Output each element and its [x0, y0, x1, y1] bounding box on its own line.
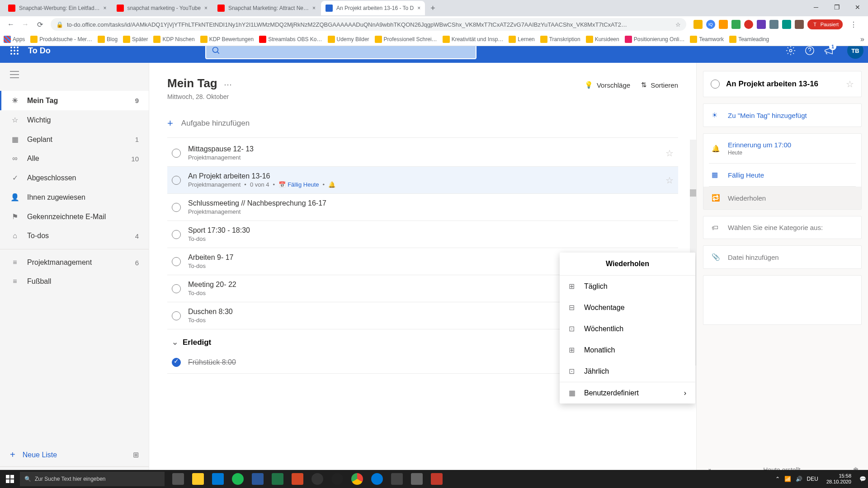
sidebar-item-important[interactable]: ☆Wichtig — [0, 110, 149, 130]
added-to-myday[interactable]: ☀ Zu "Mein Tag" hinzugefügt — [703, 104, 861, 127]
bookmark[interactable]: Professionell Schrei… — [375, 36, 437, 43]
close-button[interactable]: ✕ — [847, 0, 868, 14]
volume-icon[interactable]: 🔊 — [796, 476, 802, 482]
forward-button[interactable]: → — [18, 17, 33, 32]
browser-tab[interactable]: Snapchat Marketing: Attract Ne…× — [213, 1, 320, 15]
bookmarks-overflow[interactable]: » — [860, 35, 864, 43]
browser-tab[interactable]: Snapchat-Werbung: Ein Leitfad…× — [4, 1, 111, 15]
menu-button[interactable]: ⋮ — [846, 17, 861, 32]
wifi-icon[interactable]: 📶 — [784, 476, 791, 482]
clock[interactable]: 15:5828.10.2020 — [823, 473, 855, 485]
bookmark[interactable]: Positionierung Onli… — [625, 36, 685, 43]
extension-icon[interactable] — [693, 20, 703, 29]
app-button[interactable] — [407, 470, 427, 488]
app-button[interactable] — [387, 470, 407, 488]
spotify-button[interactable] — [228, 470, 248, 488]
extension-icon[interactable] — [782, 20, 791, 29]
close-icon[interactable]: × — [312, 5, 316, 11]
app-button[interactable] — [427, 470, 447, 488]
obs-button[interactable] — [327, 470, 347, 488]
task-checkbox[interactable] — [172, 149, 181, 158]
extension-icon[interactable] — [731, 20, 741, 29]
task-item[interactable]: Sport 17:30 - 18:30To-dos — [167, 221, 678, 248]
detail-title[interactable]: An Projekt arbeiten 13-16 — [726, 80, 840, 89]
sidebar-item-planned[interactable]: ▦Geplant1 — [0, 130, 149, 149]
bookmark[interactable]: Streamlabs OBS Ko… — [259, 36, 322, 43]
start-button[interactable] — [0, 475, 20, 483]
settings-icon[interactable] — [786, 46, 796, 56]
sidebar-toggle[interactable] — [0, 63, 149, 86]
task-item[interactable]: Mittagspause 12- 13Projektmanagement☆ — [167, 140, 678, 167]
sidebar-list-item[interactable]: ≡Fußball — [0, 272, 149, 291]
explorer-button[interactable] — [188, 470, 208, 488]
megaphone-icon[interactable]: 1 — [824, 46, 834, 56]
list-menu-button[interactable]: ⋯ — [224, 80, 232, 89]
detail-checkbox[interactable] — [711, 80, 720, 89]
task-checkbox[interactable] — [172, 311, 181, 320]
extension-icon[interactable] — [744, 20, 753, 29]
category-row[interactable]: 🏷 Wählen Sie eine Kategorie aus: — [703, 216, 861, 239]
repeat-daily[interactable]: ⊞Täglich — [560, 276, 695, 297]
task-checkbox[interactable] — [172, 284, 181, 293]
task-checkbox[interactable] — [172, 257, 181, 266]
bookmark[interactable]: Kursideen — [586, 36, 619, 43]
star-icon[interactable]: ☆ — [846, 79, 854, 89]
sidebar-item-assigned[interactable]: 👤Ihnen zugewiesen — [0, 188, 149, 207]
powerpoint-button[interactable] — [288, 470, 307, 488]
task-checkbox-checked[interactable] — [172, 358, 181, 367]
app-button[interactable] — [307, 470, 327, 488]
bookmark[interactable]: Blog — [98, 36, 118, 43]
taskbar-search[interactable]: 🔍Zur Suche Text hier eingeben — [20, 472, 165, 486]
sidebar-list-item[interactable]: ≡Projektmanagement6 — [0, 253, 149, 272]
close-icon[interactable]: × — [204, 5, 208, 11]
bookmark[interactable]: Lernen — [509, 36, 534, 43]
back-button[interactable]: ← — [4, 17, 18, 32]
sidebar-item-completed[interactable]: ✓Abgeschlossen — [0, 168, 149, 188]
attach-row[interactable]: 📎 Datei hinzufügen — [703, 246, 861, 268]
repeat-custom[interactable]: ▦Benutzerdefiniert› — [560, 382, 695, 404]
reminder-row[interactable]: 🔔 Erinnerung um 17:00Heute — [703, 134, 861, 163]
extension-icon[interactable] — [769, 20, 778, 29]
task-item-selected[interactable]: An Projekt arbeiten 13-16Projektmanageme… — [167, 167, 678, 194]
mail-button[interactable] — [208, 470, 228, 488]
notifications-icon[interactable]: 💬 — [859, 476, 866, 482]
repeat-monthly[interactable]: ⊞Monatlich — [560, 339, 695, 361]
task-item[interactable]: Schlussmeeting // Nachbesprechung 16-17P… — [167, 194, 678, 221]
sidebar-item-all[interactable]: ∞Alle10 — [0, 149, 149, 168]
extension-icon[interactable] — [795, 20, 804, 29]
excel-button[interactable] — [268, 470, 288, 488]
extension-icon[interactable] — [719, 20, 728, 29]
new-group-icon[interactable]: ⊞ — [133, 450, 139, 459]
profile-paused[interactable]: Pausiert — [807, 19, 843, 29]
task-checkbox[interactable] — [172, 176, 181, 185]
bookmark[interactable]: Später — [123, 36, 148, 43]
star-icon[interactable]: ☆ — [665, 175, 674, 186]
task-checkbox[interactable] — [172, 230, 181, 239]
bookmark[interactable]: Teamwork — [690, 36, 724, 43]
bookmark[interactable]: KDP Nischen — [153, 36, 194, 43]
edge-button[interactable] — [367, 470, 387, 488]
new-list-button[interactable]: + Neue Liste ⊞ — [0, 443, 149, 466]
repeat-yearly[interactable]: ⊡Jährlich — [560, 361, 695, 382]
new-tab-button[interactable]: + — [426, 4, 440, 13]
minimize-button[interactable]: ─ — [806, 0, 826, 14]
sidebar-item-todos[interactable]: ⌂To-dos4 — [0, 226, 149, 245]
bookmark[interactable]: Kreativität und Insp… — [443, 36, 504, 43]
help-icon[interactable] — [805, 46, 815, 56]
browser-tab-active[interactable]: An Projekt arbeiten 13-16 - To D× — [321, 1, 425, 15]
bookmark[interactable]: Apps — [4, 36, 25, 43]
repeat-weekly[interactable]: ⊡Wöchentlich — [560, 318, 695, 339]
extension-icon[interactable]: IQ — [706, 20, 715, 29]
bookmark[interactable]: Teamleading — [729, 36, 769, 43]
app-launcher-icon[interactable] — [5, 47, 24, 55]
sidebar-item-flagged[interactable]: ⚑Gekennzeichnete E-Mail — [0, 207, 149, 226]
task-checkbox[interactable] — [172, 203, 181, 212]
due-row[interactable]: ▦ Fällig Heute — [703, 164, 861, 186]
language-indicator[interactable]: DEU — [807, 476, 818, 482]
browser-tab[interactable]: snapchat marketing - YouTube× — [112, 1, 212, 15]
reload-button[interactable]: ⟳ — [33, 17, 47, 32]
sidebar-item-myday[interactable]: ☀Mein Tag9 — [0, 91, 149, 110]
close-icon[interactable]: × — [417, 5, 420, 11]
repeat-weekdays[interactable]: ⊟Wochentage — [560, 297, 695, 318]
url-input[interactable]: 🔒 to-do.office.com/tasks/id/AAMkADQ1YjVj… — [51, 18, 686, 31]
